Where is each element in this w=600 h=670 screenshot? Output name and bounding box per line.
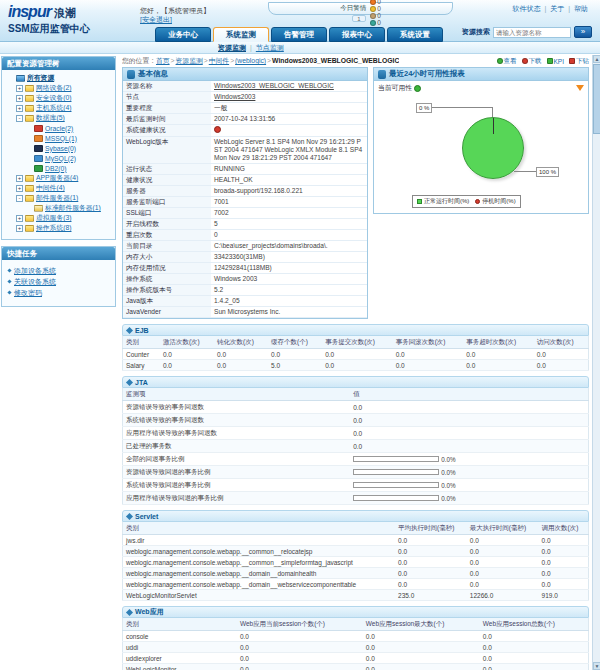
tree-node[interactable]: MSSQL(1) [5,133,113,143]
tree-node-label[interactable]: Oracle(2) [45,125,73,132]
alarm-item[interactable]: 0 [370,12,381,19]
tree-node-label[interactable]: 数据库(5) [36,113,65,123]
vertical-scrollbar[interactable]: ▲ ▼ [592,55,600,670]
expand-toggle-icon[interactable]: - [16,195,23,202]
breadcrumb-link[interactable]: 中间件 [209,57,229,64]
expand-toggle-icon[interactable]: + [16,105,23,112]
nav-tab[interactable]: 系统监测 [213,27,269,42]
tree-node[interactable]: DB2(0) [5,163,113,173]
tree-node[interactable]: + 虚拟服务(3) [5,213,113,223]
table-row: 已处理的事务数0.0 [123,440,589,453]
nav-tab[interactable]: 告警管理 [271,27,327,42]
quick-link[interactable]: 修改密码 [14,288,42,298]
metric-section: Servlet 类别平均执行时间(毫秒)最大执行时间(毫秒)调用次数(次) jw… [122,510,589,601]
toolbar-button[interactable]: 查看 [497,57,517,66]
node-type-icon [25,85,34,92]
current-availability-label: 当前可用性 [378,83,412,93]
expand-toggle-icon[interactable]: + [16,95,23,102]
alarm-pager[interactable]: 1 [352,15,366,22]
tree-node-label[interactable]: 网络设备(2) [36,83,72,93]
tree-node[interactable]: - 邮件服务器(1) [5,193,113,203]
nav-tab[interactable]: 业务中心 [155,27,211,42]
tree-node-label[interactable]: 标准邮件服务器(1) [45,203,101,213]
quick-link-item[interactable]: 修改密码 [8,287,111,298]
tree-node[interactable]: + 安全设备(0) [5,93,113,103]
expand-toggle-icon[interactable]: + [16,85,23,92]
tree-node-label[interactable]: Sybase(0) [45,145,76,152]
expand-toggle-icon[interactable]: + [16,215,23,222]
tree-node-label[interactable]: 所有资源 [27,73,54,83]
alarm-item[interactable]: 0 [370,19,381,26]
breadcrumb-link[interactable]: (weblogic) [235,57,266,64]
toolbar-button[interactable]: 下钻 [569,57,589,66]
tree-node-label[interactable]: MySQL(2) [45,155,76,162]
expand-toggle-icon[interactable]: - [16,115,23,122]
tree-node-label[interactable]: DB2(0) [45,165,67,172]
tree-node-label[interactable]: 虚拟服务(3) [36,213,72,223]
scroll-up-arrow[interactable]: ▲ [593,55,600,63]
filter-icon[interactable] [576,85,584,91]
pie-label-uptime: 100 % [536,167,559,177]
tree-node-label[interactable]: MSSQL(1) [45,135,77,142]
tree-node[interactable]: + APP服务器(4) [5,173,113,183]
subnav-link[interactable]: 节点监测 [256,43,284,53]
expand-toggle-icon[interactable]: + [16,225,23,232]
quick-link-item[interactable]: 添加设备系统 [8,265,111,276]
tree-node[interactable]: + 中间件(4) [5,183,113,193]
scroll-down-arrow[interactable]: ▼ [593,662,600,670]
tree-node-label[interactable]: 主机系统(4) [36,103,72,113]
info-value[interactable]: Windows2003_WEBLOGIC_WEBLOGIC [211,81,367,92]
tree-node-label[interactable]: 安全设备(0) [36,93,72,103]
logout-link[interactable]: [安全退出] [140,16,172,23]
nav-tab[interactable]: 报表中心 [329,27,385,42]
tree-node[interactable]: + 主机系统(4) [5,103,113,113]
info-value: 33423360(31MB) [211,252,367,263]
expand-toggle-icon[interactable]: + [16,175,23,182]
table-cell: 0.0 [539,579,589,590]
tree-node[interactable]: 所有资源 [5,73,113,83]
tree-node[interactable]: Oracle(2) [5,123,113,133]
quick-link[interactable]: 关联设备系统 [14,277,56,287]
tree-node[interactable]: - 数据库(5) [5,113,113,123]
column-header: Web应用当前session个数(个) [237,618,363,631]
top-link[interactable]: 关于 [550,5,564,12]
expand-toggle-icon[interactable]: + [16,185,23,192]
tree-node[interactable]: MySQL(2) [5,153,113,163]
top-link[interactable]: 帮助 [574,5,588,12]
scrollbar-thumb[interactable] [593,64,600,134]
breadcrumb-link[interactable]: 首页 [156,57,170,64]
info-label: 服务监听端口 [123,197,211,208]
tree-node[interactable]: + 网络设备(2) [5,83,113,93]
tree-node-label[interactable]: 中间件(4) [36,183,65,193]
info-row: 开启线程数 5 [123,219,367,230]
availability-panel: 最近24小时可用性报表 当前可用性 0 % 100 % [373,67,589,214]
nav-tab[interactable]: 系统设置 [387,27,443,42]
tree-node-label[interactable]: 操作系统(8) [36,223,72,233]
tree-node[interactable]: 标准邮件服务器(1) [5,203,113,213]
toolbar-button[interactable]: KPI [547,57,564,66]
alarm-level-icon [370,13,376,19]
section-header: EJB [122,324,589,336]
tree-node-label[interactable]: 邮件服务器(1) [36,193,78,203]
info-label: 健康状况 [123,175,211,186]
alarm-item[interactable]: 0 [370,5,381,12]
tree-node-label[interactable]: APP服务器(4) [36,173,78,183]
breadcrumb-link[interactable]: 资源监测 [176,57,203,64]
quick-link-item[interactable]: 关联设备系统 [8,276,111,287]
node-type-icon [34,125,43,132]
quick-link[interactable]: 添加设备系统 [14,266,56,276]
toolbar-button[interactable]: 下载 [522,57,542,66]
search-input[interactable] [493,27,571,38]
subnav-link[interactable]: 资源监测 [218,43,246,53]
info-value[interactable]: Windows2003 [211,92,367,103]
basic-info-header: 基本信息 [123,68,367,81]
search-button[interactable]: » [574,26,592,38]
table-cell: console [123,631,237,642]
bullet-icon [7,268,11,272]
tree-node[interactable]: Sybase(0) [5,143,113,153]
node-type-icon [25,215,34,222]
node-type-icon [25,225,34,232]
top-link[interactable]: 软件状态 [513,5,541,12]
tree-node[interactable]: + 操作系统(8) [5,223,113,233]
uptime-legend-icon [417,199,422,204]
